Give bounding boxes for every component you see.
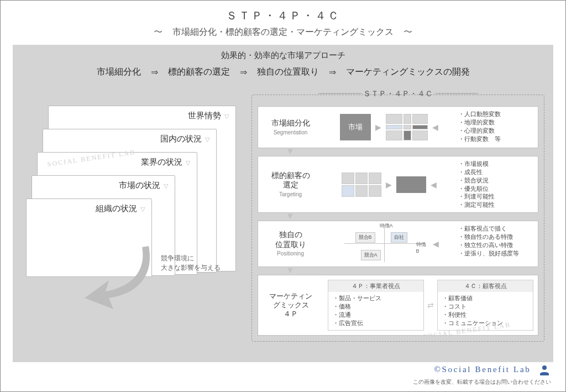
chevron-down-icon: ▽ [205, 136, 209, 143]
market-block: 市場 [340, 114, 371, 140]
chevron-down-icon: ▼ [258, 268, 323, 274]
row-positioning: 独自の 位置取り Positioning 特徴A 特徴B 競合B 自社 競合A [258, 221, 538, 267]
targeting-bullets: 市場規模 成長性 競合状況 優先順位 到達可能性 測定可能性 [455, 156, 538, 212]
triangle-left-icon: ◀ [433, 239, 439, 248]
flow-arrow: ⇒ [151, 67, 158, 77]
positioning-bullets: 顧客視点で描く 独自性のある特徴 独立性の高い特徴 逆張り、脱好感度等 [455, 221, 538, 266]
stp-box-label: ┄┄┄┄┄┄┄┄┄┄┄ ＳＴＰ・４Ｐ・４Ｃ ┄┄┄┄┄┄┄┄┄┄┄ [251, 89, 544, 99]
mix-label: マーケティン グミックス ４Ｐ [258, 275, 323, 335]
chevron-down-icon: ▽ [140, 206, 145, 213]
list-item: 地理的変数 [458, 118, 537, 127]
row-marketing-mix: マーケティン グミックス ４Ｐ ４Ｐ：事業者視点 製品・サービス 価格 流通 広… [258, 275, 538, 336]
list-item: 成長性 [458, 168, 537, 176]
list-item: 顧客視点で描く [458, 224, 537, 233]
list-item: 顧客価値 [442, 294, 532, 302]
positioning-jp1: 独自の [279, 230, 302, 240]
list-item: 心理的変数 [458, 127, 537, 135]
axis-b-label: 特徴B [416, 241, 428, 254]
stp-dashed-box: 市場細分化 Segmentation 市場 ▶ ◀ [251, 95, 544, 342]
flow-step-1: 市場細分化 [97, 66, 141, 78]
card-market-label: 市場の状況 [119, 180, 160, 190]
mix-jp1: マーケティン [269, 292, 312, 301]
flow-step-4: マーケティングミックスの開発 [346, 66, 470, 78]
four-c-column: ４Ｃ：顧客視点 顧客価値 コスト 利便性 コミュニケーション [437, 280, 533, 331]
list-item: 優先順位 [458, 185, 537, 193]
chevron-down-icon: ▽ [164, 182, 168, 190]
targeting-label: 標的顧客の 選定 Targeting [258, 156, 323, 212]
card-domestic-label: 国内の状況 [160, 134, 202, 143]
list-item: 独立性の高い特徴 [458, 241, 537, 249]
swap-arrows-icon: ⇄ [427, 301, 434, 310]
chevron-down-icon: ▽ [186, 159, 190, 166]
triangle-left-icon: ◀ [432, 123, 438, 132]
triangle-right-icon: ▶ [375, 123, 381, 132]
chevron-down-icon: ▼ [258, 149, 323, 155]
list-item: 人口動態変数 [458, 110, 537, 118]
axis-a-label: 特徴A [380, 222, 393, 229]
list-item: コミュニケーション [442, 319, 532, 327]
competitor-a: 競合A [361, 250, 381, 260]
stp-container: ┄┄┄┄┄┄┄┄┄┄┄ ＳＴＰ・４Ｐ・４Ｃ ┄┄┄┄┄┄┄┄┄┄┄ 市場細分化 … [251, 95, 544, 342]
main-title: ＳＴＰ・４Ｐ・４Ｃ [1, 1, 565, 23]
grey-panel: 効果的・効率的な市場アプローチ 市場細分化⇒ 標的顧客の選定⇒ 独自の位置取り⇒… [13, 45, 553, 362]
list-item: 利便性 [442, 311, 532, 319]
diagram-frame: ＳＴＰ・４Ｐ・４Ｃ 〜 市場細分化・標的顧客の選定・マーケティングミックス 〜 … [0, 0, 566, 392]
mix-columns: ４Ｐ：事業者視点 製品・サービス 価格 流通 広告宣伝 ⇄ ４Ｃ：顧客視点 [323, 275, 538, 335]
segmentation-graphic: 市場 ▶ ◀ [323, 107, 455, 148]
target-grid [342, 173, 381, 197]
impact-line2: 大きな影響を与える [161, 263, 221, 273]
triangle-right-icon: ▶ [386, 180, 392, 189]
triangle-left-icon: ◀ [431, 180, 437, 189]
approach-title: 効果的・効率的な市場アプローチ [13, 45, 553, 61]
positioning-label: 独自の 位置取り Positioning [258, 221, 323, 266]
stp-box-label-text: ＳＴＰ・４Ｐ・４Ｃ [363, 89, 433, 98]
card-industry-label: 業界の状況 [141, 157, 182, 166]
segmentation-bullets: 人口動態変数 地理的変数 心理的変数 行動変数 等 [455, 107, 538, 148]
process-flow: 市場細分化⇒ 標的顧客の選定⇒ 独自の位置取り⇒ マーケティングミックスの開発 [13, 61, 553, 82]
list-item: 測定可能性 [458, 201, 537, 209]
copyright-text: ©Social Benefit Lab [434, 365, 531, 374]
svg-point-0 [542, 365, 547, 370]
selected-target [396, 176, 426, 193]
four-p-header: ４Ｐ：事業者視点 [328, 280, 423, 292]
four-p-column: ４Ｐ：事業者視点 製品・サービス 価格 流通 広告宣伝 [328, 280, 424, 331]
positioning-jp2: 位置取り [275, 240, 306, 250]
list-item: 行動変数 等 [458, 135, 537, 143]
flow-arrow: ⇒ [240, 67, 247, 77]
impact-line1: 競争環境に [161, 254, 221, 263]
list-item: コスト [442, 302, 532, 311]
flow-arrow: ⇒ [329, 67, 336, 77]
card-organization-label: 組織の状況 [96, 203, 137, 213]
list-item: 到達可能性 [458, 192, 537, 201]
subtitle-text: 市場細分化・標的顧客の選定・マーケティングミックス [172, 27, 394, 36]
list-item: 独自性のある特徴 [458, 233, 537, 241]
targeting-graphic: ▶ ◀ [323, 156, 455, 212]
flow-step-2: 標的顧客の選定 [168, 66, 230, 78]
tilde-left: 〜 [146, 27, 170, 36]
list-item: 広告宣伝 [333, 319, 422, 327]
segmented-grid [386, 114, 428, 140]
segmentation-en: Segmentation [274, 129, 308, 137]
list-item: 競合状況 [458, 176, 537, 185]
competitor-b: 競合B [355, 232, 375, 243]
chevron-down-icon: ▽ [224, 113, 229, 120]
row-targeting: 標的顧客の 選定 Targeting ▶ ◀ 市場規模 [258, 156, 538, 213]
list-item: 製品・サービス [333, 294, 422, 302]
positioning-map: 特徴A 特徴B 競合B 自社 競合A [340, 224, 428, 263]
self-company: 自社 [391, 232, 407, 243]
segmentation-label: 市場細分化 Segmentation [258, 107, 323, 148]
footer-note: この画像を改変、転載する場合はお問い合わせください [413, 378, 551, 386]
card-world-label: 世界情勢 [188, 111, 221, 120]
impact-caption: 競争環境に 大きな影響を与える [161, 254, 221, 273]
list-item: 逆張り、脱好感度等 [458, 249, 537, 258]
row-segmentation: 市場細分化 Segmentation 市場 ▶ ◀ [258, 106, 538, 148]
targeting-en: Targeting [279, 191, 302, 198]
flow-step-3: 独自の位置取り [257, 66, 319, 78]
four-c-header: ４Ｃ：顧客視点 [438, 280, 533, 292]
subtitle: 〜 市場細分化・標的顧客の選定・マーケティングミックス 〜 [1, 23, 565, 44]
copyright: ©Social Benefit Lab [434, 364, 551, 377]
targeting-jp1: 標的顧客の [271, 171, 310, 181]
chevron-down-icon: ▼ [258, 214, 323, 219]
targeting-jp2: 選定 [283, 180, 298, 190]
list-item: 市場規模 [458, 160, 537, 168]
